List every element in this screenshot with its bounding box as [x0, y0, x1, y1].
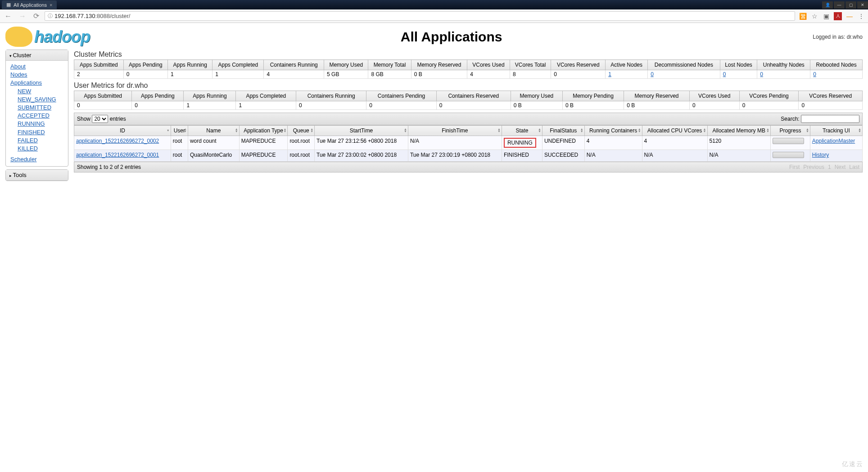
- metric-value: 4: [467, 70, 510, 79]
- metric-link[interactable]: 1: [608, 71, 611, 77]
- column-header[interactable]: FinalStatus▲▼: [542, 126, 584, 136]
- metric-value: 8 GB: [368, 70, 411, 79]
- sidebar-link-nodes[interactable]: Nodes: [10, 71, 64, 79]
- metric-header: Apps Running: [184, 91, 236, 101]
- metric-value: 0: [720, 70, 757, 79]
- pager-previous[interactable]: Previous: [803, 164, 824, 170]
- translate-icon[interactable]: 🈺: [799, 12, 807, 20]
- user-icon[interactable]: 👤: [822, 1, 833, 9]
- menu-icon[interactable]: ⋮: [857, 12, 865, 20]
- footer-info: Showing 1 to 2 of 2 entries: [77, 164, 141, 170]
- cell: root: [171, 150, 188, 162]
- forward-button[interactable]: →: [17, 12, 28, 20]
- close-window-button[interactable]: ✕: [857, 1, 868, 9]
- tab-title: All Applications: [14, 2, 47, 8]
- cell: N/A: [408, 136, 502, 150]
- column-header[interactable]: Allocated CPU VCores▲▼: [642, 126, 707, 136]
- app-id-link[interactable]: application_1522162696272_0001: [76, 152, 159, 158]
- column-header[interactable]: Application Type▲▼: [239, 126, 288, 136]
- sidebar-panel-cluster[interactable]: Cluster: [6, 50, 68, 61]
- sidebar-link-state-finished[interactable]: FINISHED: [18, 128, 64, 136]
- tab-favicon: ▦: [6, 2, 11, 8]
- cell: MAPREDUCE: [239, 136, 288, 150]
- main-content: Cluster Metrics Apps SubmittedApps Pendi…: [74, 50, 863, 184]
- extension2-icon[interactable]: —: [845, 12, 854, 20]
- reload-button[interactable]: ⟳: [32, 12, 41, 20]
- column-header[interactable]: Allocated Memory MB▲▼: [707, 126, 770, 136]
- hadoop-logo[interactable]: hadoop: [5, 27, 90, 47]
- metric-header: VCores Used: [467, 60, 510, 70]
- app-id-link[interactable]: application_1522162696272_0002: [76, 138, 159, 144]
- info-icon[interactable]: ⓘ: [48, 13, 53, 19]
- elephant-icon: [5, 27, 32, 47]
- pdf-icon[interactable]: 人: [834, 12, 842, 20]
- table-row: application_1522162696272_0002rootword c…: [74, 136, 863, 150]
- column-header[interactable]: State▲▼: [502, 126, 542, 136]
- sidebar-link-state-failed[interactable]: FAILED: [18, 136, 64, 145]
- back-button[interactable]: ←: [3, 12, 14, 20]
- metric-header: Memory Total: [368, 60, 411, 70]
- sidebar-panel-tools[interactable]: Tools: [6, 170, 68, 181]
- url-host: 192.168.77.130: [54, 13, 95, 19]
- cell: N/A: [584, 150, 642, 162]
- sidebar-link-state-new[interactable]: NEW: [18, 87, 64, 95]
- show-label: Show: [77, 116, 90, 122]
- progress-bar: [773, 138, 804, 144]
- sidebar-link-state-killed[interactable]: KILLED: [18, 145, 64, 153]
- column-header[interactable]: Queue▲▼: [288, 126, 315, 136]
- metric-link[interactable]: 0: [813, 71, 816, 77]
- pager-1[interactable]: 1: [828, 164, 831, 170]
- column-header[interactable]: Tracking UI▲▼: [810, 126, 862, 136]
- pager-first[interactable]: First: [789, 164, 800, 170]
- metric-link[interactable]: 0: [651, 71, 654, 77]
- metric-header: Memory Used: [324, 60, 368, 70]
- column-header[interactable]: StartTime▲▼: [315, 126, 408, 136]
- sidebar-link-about[interactable]: About: [10, 63, 64, 71]
- url-bar[interactable]: ⓘ 192.168.77.130:8088/cluster/: [45, 11, 795, 21]
- metric-value: 1: [168, 70, 212, 79]
- sidebar-link-state-running[interactable]: RUNNING: [18, 120, 64, 128]
- metric-value: 0: [436, 101, 511, 110]
- column-header[interactable]: FinishTime▲▼: [408, 126, 502, 136]
- sidebar-link-applications[interactable]: Applications: [10, 79, 64, 87]
- minimize-button[interactable]: —: [834, 1, 845, 9]
- column-header[interactable]: Running Containers▲▼: [584, 126, 642, 136]
- metric-header: VCores Reserved: [799, 91, 863, 101]
- metric-value: 1: [184, 101, 236, 110]
- browser-tab[interactable]: ▦ All Applications ×: [2, 0, 57, 9]
- column-header[interactable]: Progress▲▼: [771, 126, 810, 136]
- tracking-link[interactable]: ApplicationMaster: [812, 138, 855, 144]
- cell: root.root: [288, 136, 315, 150]
- column-header[interactable]: ID▼: [74, 126, 171, 136]
- column-header[interactable]: User▲▼: [171, 126, 188, 136]
- cell: QuasiMonteCarlo: [188, 150, 239, 162]
- sidebar-link-state-new_saving[interactable]: NEW_SAVING: [18, 95, 64, 104]
- metric-value: 0 B: [624, 101, 690, 110]
- page-size-select[interactable]: 20: [92, 115, 108, 123]
- metric-link[interactable]: 0: [760, 71, 763, 77]
- sidebar-link-scheduler[interactable]: Scheduler: [10, 155, 64, 163]
- metric-link[interactable]: 0: [723, 71, 726, 77]
- extension-icon[interactable]: ▣: [822, 12, 830, 20]
- tracking-link[interactable]: History: [812, 152, 829, 158]
- cell: root: [171, 136, 188, 150]
- pager-last[interactable]: Last: [849, 164, 859, 170]
- cell: MAPREDUCE: [239, 150, 288, 162]
- metric-value: 0: [810, 70, 863, 79]
- metric-header: Decommissioned Nodes: [648, 60, 720, 70]
- cell: 4: [584, 136, 642, 150]
- search-input[interactable]: [801, 115, 859, 123]
- sidebar-link-state-submitted[interactable]: SUBMITTED: [18, 104, 64, 112]
- maximize-button[interactable]: ▢: [845, 1, 856, 9]
- metric-header: Apps Running: [168, 60, 212, 70]
- cell: Tue Mar 27 23:00:02 +0800 2018: [315, 150, 408, 162]
- metric-value: 0: [132, 101, 184, 110]
- metric-value: 0: [648, 70, 720, 79]
- bookmark-icon[interactable]: ☆: [810, 12, 818, 20]
- close-icon[interactable]: ×: [50, 2, 52, 8]
- column-header[interactable]: Name▲▼: [188, 126, 239, 136]
- sidebar-link-state-accepted[interactable]: ACCEPTED: [18, 112, 64, 120]
- pager-next[interactable]: Next: [835, 164, 846, 170]
- metric-header: Containers Running: [264, 60, 324, 70]
- metric-header: VCores Pending: [739, 91, 799, 101]
